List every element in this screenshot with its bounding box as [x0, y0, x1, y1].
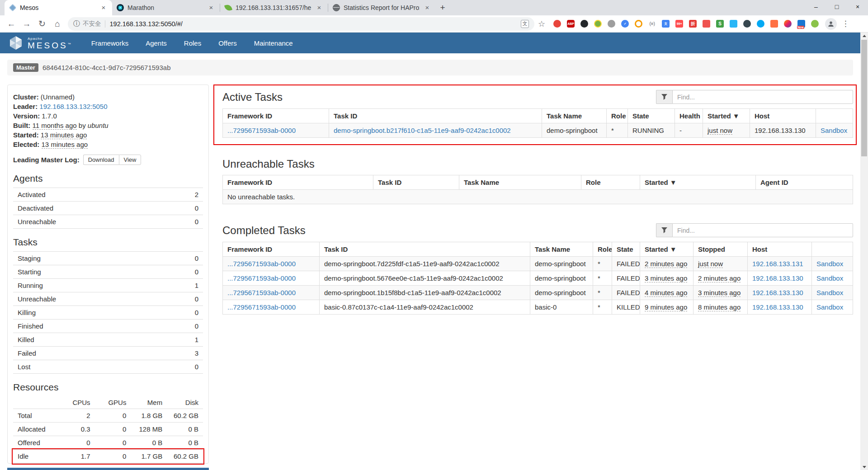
- tab-mesos[interactable]: Mesos ×: [5, 0, 112, 15]
- tab-hello[interactable]: 192.168.133.131:31657/hello w ×: [220, 0, 328, 15]
- framework-id-link[interactable]: ...7295671593ab-0000: [227, 260, 296, 268]
- leader-link[interactable]: 192.168.133.132:5050: [39, 103, 107, 110]
- chat-extension-icon[interactable]: [757, 20, 764, 28]
- grid-extension-icon[interactable]: [770, 20, 778, 28]
- framework-id-link[interactable]: ...7295671593ab-0000: [227, 274, 296, 282]
- s-extension-icon[interactable]: S: [716, 20, 724, 28]
- framework-id-link[interactable]: ...7295671593ab-0000: [227, 289, 296, 296]
- sandbox-link[interactable]: Sandbox: [821, 127, 847, 134]
- tab-title: Marathon: [127, 4, 203, 11]
- trademark: ™: [68, 42, 71, 45]
- notes-extension-icon[interactable]: [703, 20, 710, 28]
- sidebar-panel: Cluster: (Unnamed) Leader: 192.168.133.1…: [7, 85, 209, 464]
- table-row: Lost0: [13, 360, 203, 374]
- host-link[interactable]: 192.168.133.130: [752, 274, 803, 282]
- scroll-down-arrow[interactable]: [860, 464, 868, 470]
- translate-icon[interactable]: 文: [521, 20, 529, 28]
- sandbox-link[interactable]: Sandbox: [816, 303, 843, 311]
- new-badge: New: [797, 26, 804, 29]
- close-tab-icon[interactable]: ×: [207, 4, 215, 12]
- close-tab-icon[interactable]: ×: [99, 4, 108, 12]
- table-header-row: Framework ID Task ID Task Name Role Stat…: [223, 109, 853, 123]
- filter-funnel-icon[interactable]: [656, 90, 672, 104]
- cat-extension-icon[interactable]: [608, 20, 615, 28]
- badge-99-extension-icon[interactable]: 99+: [675, 20, 683, 28]
- minimize-button[interactable]: –: [806, 0, 826, 14]
- puzzle-extension-icon[interactable]: [811, 20, 819, 28]
- profile-avatar[interactable]: [825, 18, 837, 30]
- check-extension-icon[interactable]: ✓: [621, 20, 629, 28]
- panda-extension-icon[interactable]: [580, 20, 588, 28]
- view-log-button[interactable]: View: [119, 155, 142, 165]
- zhe-extension-icon[interactable]: 折: [689, 20, 697, 28]
- globe-extension-icon[interactable]: [743, 20, 751, 28]
- no-unreachable-tasks-message: No unreachable tasks.: [223, 190, 853, 204]
- close-tab-icon[interactable]: ×: [315, 4, 323, 12]
- tasks-unreachable-count: 0: [163, 292, 203, 306]
- sandbox-link[interactable]: Sandbox: [816, 274, 843, 282]
- forward-button[interactable]: →: [19, 17, 34, 31]
- person-icon: [827, 20, 835, 28]
- coin-extension-icon[interactable]: [594, 20, 602, 28]
- site-info-icon[interactable]: ⓘ: [73, 19, 80, 28]
- find-input[interactable]: [672, 90, 853, 104]
- close-window-button[interactable]: ×: [847, 0, 868, 14]
- download-log-button[interactable]: Download: [83, 155, 119, 165]
- mesos-brand[interactable]: Apache MESOS™: [8, 35, 71, 51]
- tab-marathon[interactable]: Marathon ×: [112, 0, 220, 15]
- active-tasks-table: Framework ID Task ID Task Name Role Stat…: [222, 108, 853, 138]
- nav-item-roles[interactable]: Roles: [175, 33, 210, 53]
- completed-task-row: ...7295671593ab-0000 demo-springboot.7d2…: [223, 257, 853, 271]
- tasks-unreachable-label: Unreachable: [13, 292, 163, 306]
- tab-title: 192.168.133.131:31657/hello w: [236, 4, 311, 11]
- bookmark-star-icon[interactable]: ☆: [538, 19, 545, 29]
- sort-started-header[interactable]: Started ▼: [640, 175, 756, 190]
- tasks-table: Staging0 Starting0 Running1 Unreachable0…: [13, 251, 203, 374]
- nav-item-agents[interactable]: Agents: [137, 33, 175, 53]
- table-row: CPUs GPUs Mem Disk: [13, 396, 203, 409]
- table-header-row: Framework ID Task ID Task Name Role Stat…: [223, 242, 853, 257]
- sandbox-link[interactable]: Sandbox: [816, 260, 843, 268]
- reload-button[interactable]: ↻: [34, 17, 50, 31]
- filter-funnel-icon[interactable]: [656, 223, 672, 237]
- infinity-extension-icon[interactable]: [553, 20, 561, 28]
- sandbox-link[interactable]: Sandbox: [816, 289, 843, 296]
- nav-item-offers[interactable]: Offers: [210, 33, 245, 53]
- blue-app-extension-icon[interactable]: [730, 20, 737, 28]
- maximize-button[interactable]: □: [826, 0, 847, 14]
- address-bar[interactable]: ⓘ 不安全 192.168.133.132:5050/#/ 文: [68, 17, 534, 31]
- browser-menu-icon[interactable]: ⋮: [840, 19, 851, 28]
- active-tasks-title: Active Tasks: [222, 91, 283, 103]
- ring-extension-icon[interactable]: [635, 20, 642, 28]
- new-tab-button[interactable]: +: [436, 0, 449, 15]
- host-link[interactable]: 192.168.133.131: [752, 260, 803, 268]
- scroll-up-arrow[interactable]: [860, 33, 868, 39]
- new-badge-extension-icon[interactable]: New: [797, 20, 805, 28]
- home-button[interactable]: ⌂: [50, 17, 65, 31]
- find-input[interactable]: [672, 223, 853, 237]
- framework-id-link[interactable]: ...7295671593ab-0000: [227, 127, 296, 134]
- tab-haproxy-stats[interactable]: Statistics Report for HAProxy ×: [328, 0, 436, 15]
- cluster-line: Cluster: (Unnamed): [13, 92, 203, 102]
- task-id-link[interactable]: demo-springboot.b217f610-c1a5-11e9-aaf9-…: [334, 127, 511, 134]
- nav-item-frameworks[interactable]: Frameworks: [83, 33, 137, 53]
- started-line: Started: 13 minutes ago: [13, 130, 203, 140]
- paren-extension-icon[interactable]: (≡): [648, 20, 656, 28]
- adblock-plus-extension-icon[interactable]: ABP: [567, 20, 575, 28]
- sort-started-header[interactable]: Started ▼: [703, 109, 750, 123]
- vertical-scrollbar[interactable]: [860, 33, 868, 470]
- back-button[interactable]: ←: [4, 17, 19, 31]
- scrollbar-thumb[interactable]: [861, 40, 867, 156]
- main-content: Active Tasks: [222, 85, 853, 327]
- browser-window: Mesos × Marathon × 192.168.133.131:31657…: [0, 0, 868, 470]
- translate-extension-icon[interactable]: 文: [662, 20, 670, 28]
- colorful-extension-icon[interactable]: [784, 20, 792, 28]
- nav-item-maintenance[interactable]: Maintenance: [245, 33, 302, 53]
- host-link[interactable]: 192.168.133.130: [752, 289, 803, 296]
- framework-id-link[interactable]: ...7295671593ab-0000: [227, 303, 296, 311]
- tasks-finished-label: Finished: [13, 320, 163, 333]
- host-link[interactable]: 192.168.133.130: [752, 303, 803, 311]
- close-tab-icon[interactable]: ×: [423, 4, 431, 12]
- sort-started-header[interactable]: Started ▼: [640, 242, 693, 257]
- table-row: Killing0: [13, 306, 203, 320]
